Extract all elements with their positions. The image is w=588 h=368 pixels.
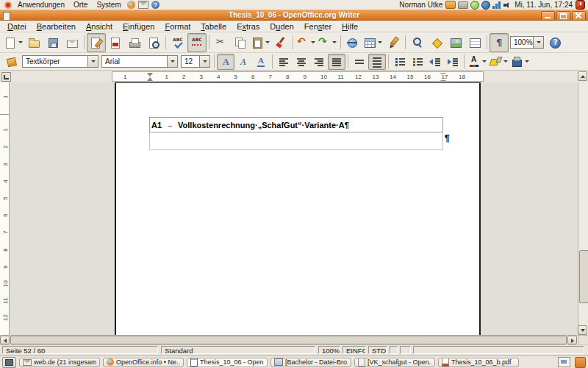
- menu-datei[interactable]: Datei: [2, 22, 32, 31]
- close-button[interactable]: [572, 11, 586, 21]
- document-page[interactable]: A1 → Vollkostenrechnung·„SchafGut“·Varia…: [115, 82, 481, 335]
- table-empty-row[interactable]: [149, 132, 443, 150]
- horizontal-scrollbar-thumb[interactable]: [10, 336, 567, 344]
- print-button[interactable]: [125, 33, 144, 52]
- menu-ansicht[interactable]: Ansicht: [81, 22, 118, 31]
- menu-hilfe[interactable]: Hilfe: [337, 22, 363, 31]
- input-method-icon[interactable]: [445, 1, 456, 9]
- line-spacing-single-button[interactable]: [351, 54, 368, 70]
- scroll-up-button[interactable]: [578, 71, 587, 81]
- menu-fenster[interactable]: Fenster: [299, 22, 337, 31]
- new-document-dropdown[interactable]: [17, 34, 24, 52]
- status-zoom-field[interactable]: 100%: [318, 346, 340, 354]
- ubuntu-logo-icon[interactable]: [4, 1, 12, 9]
- minimize-button[interactable]: [541, 11, 555, 21]
- bluetooth-icon[interactable]: [481, 1, 490, 10]
- font-size-dropdown-button[interactable]: [199, 56, 209, 67]
- show-desktop-button[interactable]: [2, 357, 16, 368]
- left-indent-marker[interactable]: [147, 73, 153, 81]
- taskbar-item-bachelor-datei-bro[interactable]: [Bachelor - Datei-Bro...: [270, 358, 351, 367]
- table-heading-row[interactable]: A1 → Vollkostenrechnung·„SchafGut“·Varia…: [149, 117, 443, 132]
- font-color-button[interactable]: [467, 54, 488, 70]
- font-size-combo[interactable]: 12: [181, 55, 210, 68]
- menu-tabelle[interactable]: Tabelle: [196, 22, 232, 31]
- clock-label[interactable]: Mi, 11. Jun, 17:24: [514, 1, 573, 9]
- username-label[interactable]: Norman Utke: [399, 1, 442, 9]
- background-color-dropdown[interactable]: [523, 54, 530, 69]
- volume-icon[interactable]: [503, 1, 512, 9]
- highlighting-button[interactable]: [488, 54, 509, 70]
- gallery-button[interactable]: [446, 33, 465, 52]
- vertical-scrollbar[interactable]: [578, 82, 588, 335]
- align-right-button[interactable]: [310, 54, 328, 70]
- table-button[interactable]: [362, 33, 384, 52]
- paste-button[interactable]: [250, 33, 271, 52]
- numbering-button[interactable]: [391, 54, 409, 70]
- status-insert-mode-field[interactable]: EINFG: [343, 346, 366, 354]
- edit-file-button[interactable]: [87, 33, 106, 52]
- redo-button[interactable]: [317, 33, 338, 52]
- bullets-button[interactable]: [409, 54, 426, 70]
- vertical-ruler[interactable]: 1123456789101112: [0, 82, 10, 335]
- menu-extras[interactable]: Extras: [232, 22, 265, 31]
- maximize-button[interactable]: [556, 11, 570, 21]
- taskbar-item-thesis-10-06-open[interactable]: Thesis_10_06 - Open...: [187, 358, 268, 367]
- help-launcher-icon[interactable]: [151, 1, 159, 9]
- background-color-button[interactable]: [509, 54, 531, 70]
- document-table[interactable]: A1 → Vollkostenrechnung·„SchafGut“·Varia…: [149, 117, 443, 150]
- scroll-down-button[interactable]: [578, 325, 587, 335]
- status-selection-mode-field[interactable]: STD: [368, 346, 387, 354]
- styles-window-button[interactable]: [3, 54, 21, 70]
- font-color-dropdown[interactable]: [481, 54, 487, 69]
- italic-button[interactable]: [234, 54, 252, 70]
- status-page-field[interactable]: Seite 52 / 60: [2, 346, 158, 354]
- export-pdf-button[interactable]: [106, 33, 125, 52]
- horizontal-scrollbar[interactable]: [0, 335, 588, 344]
- line-spacing-15-button[interactable]: [368, 54, 386, 70]
- scroll-left-button[interactable]: [0, 336, 10, 344]
- bold-button[interactable]: [217, 54, 234, 70]
- find-replace-button[interactable]: [408, 33, 427, 52]
- redo-dropdown[interactable]: [331, 34, 337, 52]
- align-center-button[interactable]: [293, 54, 310, 70]
- font-name-combo[interactable]: Arial: [101, 55, 178, 68]
- undo-dropdown[interactable]: [309, 34, 316, 52]
- formatting-marks-button[interactable]: [490, 33, 509, 52]
- cut-button[interactable]: [212, 33, 231, 52]
- software-update-icon[interactable]: [470, 1, 479, 10]
- hyperlink-button[interactable]: [343, 33, 362, 52]
- network-signal-icon[interactable]: [492, 1, 501, 9]
- format-paintbrush-button[interactable]: [271, 33, 290, 52]
- firefox-launcher-icon[interactable]: [127, 1, 135, 9]
- scroll-right-button[interactable]: [567, 336, 577, 344]
- highlighting-dropdown[interactable]: [502, 54, 509, 69]
- table-dropdown[interactable]: [376, 34, 383, 52]
- horizontal-ruler[interactable]: 1123456789101112131415161718: [112, 71, 484, 82]
- spellcheck-button[interactable]: [168, 33, 187, 52]
- page-preview-button[interactable]: [144, 33, 163, 52]
- vertical-scrollbar-thumb[interactable]: [579, 250, 588, 303]
- menu-format[interactable]: Format: [159, 22, 196, 31]
- align-left-button[interactable]: [275, 54, 293, 70]
- trash-icon[interactable]: [575, 357, 586, 368]
- email-document-button[interactable]: [62, 33, 82, 52]
- printer-icon[interactable]: [458, 1, 468, 9]
- places-menu[interactable]: Orte: [69, 1, 92, 9]
- tab-stop-type-button[interactable]: [1, 72, 11, 82]
- draw-functions-button[interactable]: [384, 33, 403, 52]
- navigator-button[interactable]: [427, 33, 446, 52]
- paste-dropdown[interactable]: [264, 34, 270, 52]
- underline-button[interactable]: [252, 54, 270, 70]
- increase-indent-button[interactable]: [444, 54, 462, 70]
- paragraph-style-combo[interactable]: Textkörper: [22, 55, 98, 68]
- help-button[interactable]: [545, 33, 564, 52]
- undo-button[interactable]: [295, 33, 317, 52]
- decrease-indent-button[interactable]: [426, 54, 444, 70]
- window-titlebar[interactable]: Thesis_10_06 - OpenOffice.org Writer: [0, 10, 588, 21]
- zoom-combo[interactable]: 100%: [510, 36, 544, 49]
- menu-einfügen[interactable]: Einfügen: [118, 22, 159, 31]
- save-button[interactable]: [43, 33, 62, 52]
- taskbar-item-openoffice-info-ne[interactable]: OpenOffice.info • Ne...: [103, 358, 184, 367]
- font-name-dropdown-button[interactable]: [167, 56, 177, 67]
- paragraph-style-dropdown-button[interactable]: [87, 56, 98, 67]
